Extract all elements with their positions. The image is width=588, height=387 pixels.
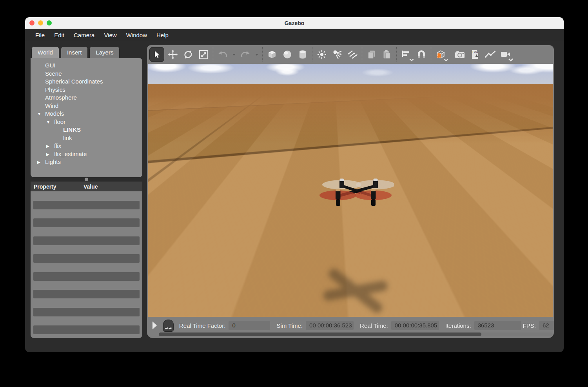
log-button[interactable]: LOG: [468, 47, 482, 62]
toolbar-separator: [396, 47, 397, 62]
point-light-button[interactable]: [315, 47, 328, 62]
tree-item-scene[interactable]: Scene: [31, 70, 142, 78]
undo-history-dropdown[interactable]: [231, 47, 237, 62]
scrollbar-thumb[interactable]: [159, 332, 481, 336]
translate-tool-button[interactable]: [166, 47, 180, 62]
scale-tool-button[interactable]: [197, 47, 210, 62]
insert-cylinder-button[interactable]: [296, 47, 309, 62]
tree-item-physics[interactable]: Physics: [31, 86, 142, 94]
real-time-factor-field[interactable]: 0: [229, 321, 270, 330]
table-row: [33, 254, 140, 263]
title-bar[interactable]: Gazebo: [25, 17, 564, 29]
tree-item-links-header[interactable]: LINKS: [31, 126, 142, 134]
menu-bar: File Edit Camera View Window Help: [25, 29, 564, 41]
front-right-motor: [371, 189, 376, 200]
log-label: LOG: [473, 51, 478, 54]
window-title: Gazebo: [25, 17, 564, 29]
play-button[interactable]: [152, 322, 157, 329]
rear-right-motor: [373, 179, 378, 189]
table-row: [33, 201, 140, 209]
tree-item-floor[interactable]: ▼floor: [31, 118, 142, 126]
front-left-leg: [336, 199, 340, 206]
menu-window[interactable]: Window: [123, 31, 151, 40]
horizontal-scrollbar[interactable]: [159, 332, 552, 336]
horizon-haze: [148, 84, 553, 143]
front-left-motor: [336, 189, 341, 200]
directional-light-button[interactable]: [346, 47, 359, 62]
tree-item-gui[interactable]: GUI: [31, 62, 142, 70]
sim-time-field: 00 00:00:36.523: [306, 321, 354, 330]
expander-right-icon[interactable]: ▶: [37, 158, 45, 167]
insert-box-button[interactable]: [265, 47, 279, 62]
expander-down-icon[interactable]: ▼: [46, 118, 54, 127]
align-button[interactable]: [399, 47, 413, 62]
spotlight-icon: [332, 49, 342, 60]
menu-help[interactable]: Help: [153, 31, 172, 40]
sphere-icon: [282, 49, 292, 60]
cursor-arrow-icon: [152, 50, 162, 59]
menu-file[interactable]: File: [32, 31, 48, 40]
table-row: [33, 290, 140, 298]
chevron-down-icon: [409, 58, 414, 62]
chevron-down-icon: [508, 58, 514, 62]
property-table-header: Property Value: [31, 182, 142, 191]
copy-button[interactable]: [365, 47, 378, 62]
paste-button[interactable]: [380, 47, 394, 62]
redo-button[interactable]: [239, 47, 252, 62]
expander-down-icon[interactable]: ▼: [37, 110, 45, 118]
tree-item-wind[interactable]: Wind: [31, 102, 142, 110]
front-right-leg: [371, 199, 376, 206]
tree-item-models[interactable]: ▼Models: [31, 110, 142, 118]
tree-item-atmosphere[interactable]: Atmosphere: [31, 94, 142, 102]
redo-history-dropdown[interactable]: [254, 47, 260, 62]
toolbar-separator: [312, 47, 312, 62]
menu-view[interactable]: View: [100, 31, 120, 40]
plot-button[interactable]: [484, 47, 497, 62]
scene-viewport[interactable]: [148, 64, 553, 317]
quadcopter-model[interactable]: [319, 176, 394, 213]
rotate-tool-button[interactable]: [181, 47, 195, 62]
expander-right-icon[interactable]: ▶: [46, 142, 54, 151]
render-panel: LOG: [147, 45, 554, 338]
menu-camera[interactable]: Camera: [70, 31, 98, 40]
toolbar-separator: [362, 47, 362, 62]
cube-icon: [267, 49, 277, 60]
table-row: [33, 218, 140, 227]
chevron-down-icon: [255, 54, 258, 56]
tab-world[interactable]: World: [31, 46, 59, 58]
toolbar-separator: [431, 47, 431, 62]
redo-arrow-icon: [240, 50, 250, 59]
tab-insert[interactable]: Insert: [61, 46, 88, 58]
tab-layers[interactable]: Layers: [89, 46, 120, 58]
toolbar-separator: [262, 47, 263, 62]
undo-button[interactable]: [216, 47, 229, 62]
menu-edit[interactable]: Edit: [51, 31, 68, 40]
left-panel: World Insert Layers GUI Scene Spherical …: [31, 46, 142, 338]
tree-item-flix[interactable]: ▶flix: [31, 142, 142, 150]
panel-splitter[interactable]: [31, 177, 142, 182]
tree-item-flix-estimate[interactable]: ▶flix_estimate: [31, 150, 142, 158]
tree-item-spherical-coordinates[interactable]: Spherical Coordinates: [31, 78, 142, 86]
expander-right-icon[interactable]: ▶: [46, 151, 54, 159]
sim-time-label: Sim Time:: [276, 322, 303, 329]
splitter-handle-icon[interactable]: [85, 178, 88, 181]
step-button[interactable]: [163, 320, 174, 332]
table-row: [33, 308, 140, 316]
table-row: [33, 272, 140, 281]
tree-item-link[interactable]: link: [31, 134, 142, 142]
tree-item-lights[interactable]: ▶Lights: [31, 158, 142, 166]
select-tool-button[interactable]: [149, 47, 164, 62]
real-time-label: Real Time:: [360, 322, 388, 329]
log-file-icon: LOG: [470, 49, 480, 60]
value-column-header: Value: [83, 184, 98, 190]
screenshot-button[interactable]: [453, 47, 466, 62]
undo-arrow-icon: [218, 50, 228, 59]
insert-sphere-button[interactable]: [281, 47, 294, 62]
spot-light-button[interactable]: [330, 47, 344, 62]
snap-button[interactable]: [415, 47, 428, 62]
sky-clouds: [148, 64, 553, 88]
view-mode-button[interactable]: [434, 47, 447, 62]
align-icon: [401, 50, 411, 59]
record-video-button[interactable]: [499, 47, 512, 62]
sun-icon: [317, 49, 327, 60]
